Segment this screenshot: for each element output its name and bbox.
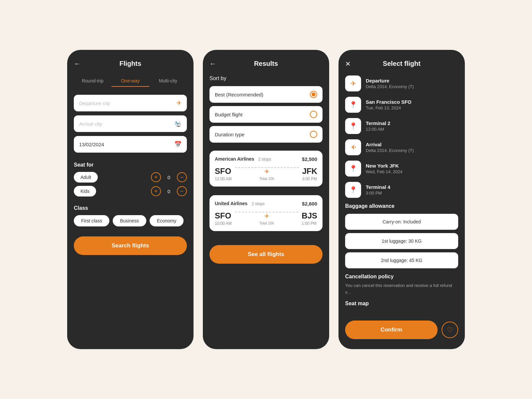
flight-1-airline: American Airlines: [215, 156, 254, 162]
flight-2-to-code: BJS: [302, 211, 317, 220]
detail-sfo: 📍 San Francisco SFO Tue, Feb 13, 2024: [345, 97, 458, 113]
baggage-carryon: Carry-on: Included: [345, 214, 458, 230]
flight-details-content: ✈ Departure Delta 2314, Economy (T) 📍 Sa…: [345, 75, 458, 314]
screen-results: ← Results Sort by Best (Recommended) Bud…: [203, 50, 329, 349]
sort-best[interactable]: Best (Recommended): [209, 86, 323, 103]
flight-card-2[interactable]: United Airlines 2 stops $2,600 SFO 10:00…: [209, 195, 323, 231]
location-sfo-icon: 📍: [349, 101, 357, 109]
detail-terminal2: 📍 Terminal 2 12:00 AM: [345, 118, 458, 134]
adult-increment[interactable]: +: [151, 172, 161, 182]
arrival-main: Arrival: [366, 142, 414, 147]
kids-increment[interactable]: +: [151, 186, 161, 196]
terminal4-text: Terminal 4 3:00 PM: [366, 184, 390, 196]
flight-1-airline-info: American Airlines 2 stops: [215, 156, 271, 162]
confirm-row: Confirm ♡: [345, 314, 458, 339]
plane-icon: ✈: [263, 168, 271, 175]
results-back-button[interactable]: ←: [209, 60, 216, 67]
sfo-icon-box: 📍: [345, 97, 361, 113]
detail-terminal4: 📍 Terminal 4 3:00 PM: [345, 182, 458, 198]
class-economy[interactable]: Economy: [150, 215, 184, 226]
screen-flights: ← Flights Round-trip One-way Multi-city …: [67, 50, 194, 349]
flight-2-route: SFO 10:00 AM ✈ Total 15h BJS 1:00 PM: [215, 211, 317, 226]
seat-for-label: Seat for: [74, 162, 187, 168]
flight-2-destination: BJS 1:00 PM: [302, 211, 317, 226]
flight-2-to-time: 1:00 PM: [302, 221, 317, 226]
results-title: Results: [254, 60, 278, 67]
tab-roundtrip[interactable]: Round-trip: [74, 75, 111, 87]
adult-count: 0: [166, 175, 172, 180]
plane-takeoff-icon: ✈: [177, 99, 182, 107]
flights-title: Flights: [119, 60, 141, 67]
flight-2-path: ✈ Total 15h: [235, 212, 299, 225]
kids-label-button[interactable]: Kids: [74, 186, 96, 197]
landing-icon: ✈: [350, 143, 356, 151]
flight-1-to-code: JFK: [302, 167, 317, 176]
baggage-1st: 1st luggage: 30 KG: [345, 233, 458, 249]
search-flights-button[interactable]: Search flights: [74, 236, 187, 255]
flight-2-price: $2,600: [302, 201, 317, 206]
sort-budget-radio[interactable]: [310, 111, 317, 118]
see-all-flights-button[interactable]: See all flights: [209, 245, 323, 264]
jfk-text: New York JFK Wed, Feb 14, 2024: [366, 163, 402, 174]
cancellation-section: Cancellation policy You can cancel this …: [345, 274, 458, 295]
date-field[interactable]: 13/02/2024 📅: [74, 136, 187, 153]
select-flight-title: Select flight: [383, 60, 420, 67]
jfk-main: New York JFK: [366, 163, 402, 169]
flight-2-total: Total 15h: [259, 221, 274, 225]
class-label: Class: [74, 205, 187, 211]
kids-counter-row: Kids + 0 −: [74, 186, 187, 197]
tab-oneway[interactable]: One-way: [111, 75, 149, 87]
sort-best-label: Best (Recommended): [215, 92, 263, 97]
flight-1-route: SFO 12:00 AM ✈ Total 15h JFK 3:00 PM: [215, 167, 317, 181]
terminal2-sub: 12:00 AM: [366, 127, 390, 132]
plane-landing-icon: 🛬: [174, 120, 182, 127]
flight-2-from-code: SFO: [215, 211, 232, 220]
sort-budget[interactable]: Budget flight: [209, 106, 323, 123]
terminal4-icon-box: 📍: [345, 182, 361, 198]
sort-best-radio[interactable]: [310, 91, 317, 98]
confirm-button[interactable]: Confirm: [345, 321, 438, 339]
flight-1-from-code: SFO: [215, 167, 232, 176]
flight-2-origin: SFO 10:00 AM: [215, 211, 232, 226]
sfo-sub: Tue, Feb 13, 2024: [366, 105, 412, 110]
adult-label-button[interactable]: Adult: [74, 172, 98, 183]
baggage-2nd: 2nd luggage: 45 KG: [345, 252, 458, 268]
plane-icon-2: ✈: [263, 212, 271, 220]
close-button[interactable]: ✕: [345, 60, 351, 68]
jfk-sub: Wed, Feb 14, 2024: [366, 169, 402, 174]
kids-count: 0: [166, 189, 172, 194]
adult-decrement[interactable]: −: [177, 172, 187, 182]
departure-text: Departure Delta 2314, Economy (T): [366, 78, 414, 89]
class-options: First class Business Economy: [74, 215, 187, 226]
sort-duration-radio[interactable]: [310, 131, 317, 138]
flight-1-to-time: 3:00 PM: [302, 177, 317, 181]
arrival-text: Arrival Delta 2314, Economy (T): [366, 142, 414, 153]
departure-icon-box: ✈: [345, 75, 361, 91]
departure-main: Departure: [366, 78, 414, 83]
departure-field[interactable]: ✈: [74, 95, 187, 111]
flight-1-origin: SFO 12:00 AM: [215, 167, 232, 181]
flight-1-destination: JFK 3:00 PM: [302, 167, 317, 181]
location-jfk-icon: 📍: [349, 165, 357, 173]
kids-decrement[interactable]: −: [177, 186, 187, 196]
screen-select-flight: ✕ Select flight ✈ Departure Delta 2314, …: [338, 50, 465, 349]
sort-duration[interactable]: Duration type: [209, 126, 323, 143]
select-flight-header: ✕ Select flight: [345, 60, 458, 67]
arrival-input[interactable]: [79, 121, 174, 127]
detail-arrival: ✈ Arrival Delta 2314, Economy (T): [345, 139, 458, 155]
flight-2-airline: United Airlines: [215, 201, 247, 206]
class-business[interactable]: Business: [113, 215, 146, 226]
class-firstclass[interactable]: First class: [74, 215, 109, 226]
sfo-main: San Francisco SFO: [366, 99, 412, 105]
tab-multicity[interactable]: Multi-city: [149, 75, 187, 87]
flight-2-stops: 2 stops: [252, 201, 265, 206]
flight-card-1[interactable]: American Airlines 2 stops $2,500 SFO 12:…: [209, 151, 323, 187]
departure-input[interactable]: [79, 100, 177, 106]
flight-1-dashed-line: ✈: [235, 167, 299, 175]
favorite-button[interactable]: ♡: [442, 322, 458, 338]
back-button[interactable]: ←: [74, 60, 80, 67]
terminal2-text: Terminal 2 12:00 AM: [366, 120, 390, 132]
flight-2-dashed-line: ✈: [235, 212, 299, 220]
arrival-field[interactable]: 🛬: [74, 115, 187, 132]
terminal4-main: Terminal 4: [366, 184, 390, 190]
